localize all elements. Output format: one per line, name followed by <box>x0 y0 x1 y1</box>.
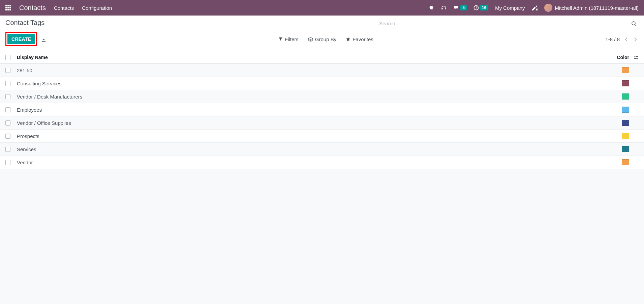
row-checkbox[interactable] <box>5 120 10 126</box>
table-header: Display Name Color <box>0 51 644 64</box>
row-name: Prospects <box>17 133 612 139</box>
row-checkbox[interactable] <box>5 160 10 165</box>
color-swatch[interactable] <box>622 146 629 152</box>
row-name: Services <box>17 146 612 152</box>
row-name: 281.50 <box>17 67 612 73</box>
table-row[interactable]: Prospects <box>0 130 644 143</box>
favorites-button[interactable]: Favorites <box>346 36 373 42</box>
pager-prev-icon[interactable] <box>623 36 629 43</box>
row-checkbox[interactable] <box>5 94 10 99</box>
nav-configuration[interactable]: Configuration <box>82 5 112 11</box>
groupby-label: Group By <box>315 36 336 42</box>
header-display-name[interactable]: Display Name <box>17 55 612 60</box>
company-name[interactable]: My Company <box>495 5 525 11</box>
bug-icon[interactable] <box>429 5 434 10</box>
svg-rect-6 <box>5 9 7 10</box>
table-row[interactable]: Services <box>0 143 644 156</box>
control-bar: Contact Tags CREATE Filters Group By <box>0 16 644 51</box>
svg-rect-7 <box>7 9 9 10</box>
table-row[interactable]: Employees <box>0 103 644 116</box>
app-name[interactable]: Contacts <box>19 4 46 12</box>
svg-point-13 <box>637 58 638 59</box>
select-all-checkbox[interactable] <box>5 55 10 60</box>
color-swatch[interactable] <box>622 159 629 165</box>
row-checkbox[interactable] <box>5 68 10 73</box>
color-swatch[interactable] <box>622 93 629 100</box>
navbar-right: 5 16 My Company Mitchell Admin (18711119… <box>429 4 639 12</box>
svg-rect-1 <box>7 5 9 6</box>
svg-rect-4 <box>7 7 9 8</box>
table-row[interactable]: Vendor <box>0 156 644 169</box>
apps-grid-icon[interactable] <box>5 4 11 11</box>
table-row[interactable]: Consulting Services <box>0 77 644 90</box>
header-color[interactable]: Color <box>612 55 632 60</box>
row-name: Consulting Services <box>17 81 612 86</box>
svg-rect-14 <box>634 58 637 59</box>
search-container <box>379 19 639 28</box>
filters-button[interactable]: Filters <box>278 36 299 42</box>
messages-icon[interactable]: 5 <box>454 5 467 10</box>
svg-rect-12 <box>636 56 638 57</box>
pager: 1-8 / 8 <box>605 36 639 43</box>
navbar-left: Contacts Contacts Configuration <box>5 4 112 12</box>
svg-point-11 <box>634 56 635 57</box>
row-name: Vendor <box>17 160 612 165</box>
pager-text[interactable]: 1-8 / 8 <box>605 36 620 42</box>
color-swatch[interactable] <box>622 107 629 113</box>
row-name: Vendor / Office Supplies <box>17 120 612 126</box>
table-row[interactable]: Vendor / Office Supplies <box>0 116 644 130</box>
export-icon[interactable] <box>41 36 46 42</box>
table: Display Name Color 281.50Consulting Serv… <box>0 51 644 169</box>
svg-rect-8 <box>9 9 11 10</box>
activities-icon[interactable]: 16 <box>473 5 488 10</box>
support-icon[interactable] <box>441 5 447 10</box>
groupby-button[interactable]: Group By <box>308 36 336 42</box>
svg-rect-5 <box>9 7 11 8</box>
page-title: Contact Tags <box>5 19 44 27</box>
svg-rect-3 <box>5 7 7 8</box>
tools-icon[interactable] <box>532 5 538 11</box>
table-row[interactable]: 281.50 <box>0 64 644 77</box>
svg-rect-2 <box>9 5 11 6</box>
search-icon[interactable] <box>629 20 639 26</box>
row-name: Vendor / Desk Manufacturers <box>17 94 612 100</box>
create-button[interactable]: CREATE <box>7 34 35 44</box>
color-swatch[interactable] <box>622 67 629 73</box>
create-highlight: CREATE <box>5 32 37 46</box>
optional-columns-icon[interactable] <box>632 55 639 60</box>
row-checkbox[interactable] <box>5 107 10 112</box>
color-swatch[interactable] <box>622 133 629 139</box>
avatar-icon <box>544 4 552 12</box>
user-menu[interactable]: Mitchell Admin (18711119-master-all) <box>544 4 639 12</box>
favorites-label: Favorites <box>352 36 373 42</box>
row-checkbox[interactable] <box>5 147 10 152</box>
pager-next-icon[interactable] <box>633 36 639 43</box>
svg-rect-0 <box>5 5 7 6</box>
user-name: Mitchell Admin (18711119-master-all) <box>555 5 639 11</box>
filter-bar: Filters Group By Favorites <box>278 36 373 42</box>
row-checkbox[interactable] <box>5 81 10 86</box>
messages-badge: 5 <box>460 5 467 10</box>
color-swatch[interactable] <box>622 80 629 86</box>
svg-point-10 <box>632 22 635 25</box>
row-name: Employees <box>17 107 612 113</box>
table-row[interactable]: Vendor / Desk Manufacturers <box>0 90 644 103</box>
nav-contacts[interactable]: Contacts <box>54 5 74 11</box>
row-checkbox[interactable] <box>5 134 10 139</box>
activities-badge: 16 <box>480 5 488 10</box>
filters-label: Filters <box>285 36 299 42</box>
top-navbar: Contacts Contacts Configuration 5 16 My … <box>0 0 644 16</box>
color-swatch[interactable] <box>622 120 629 126</box>
search-input[interactable] <box>379 21 629 26</box>
